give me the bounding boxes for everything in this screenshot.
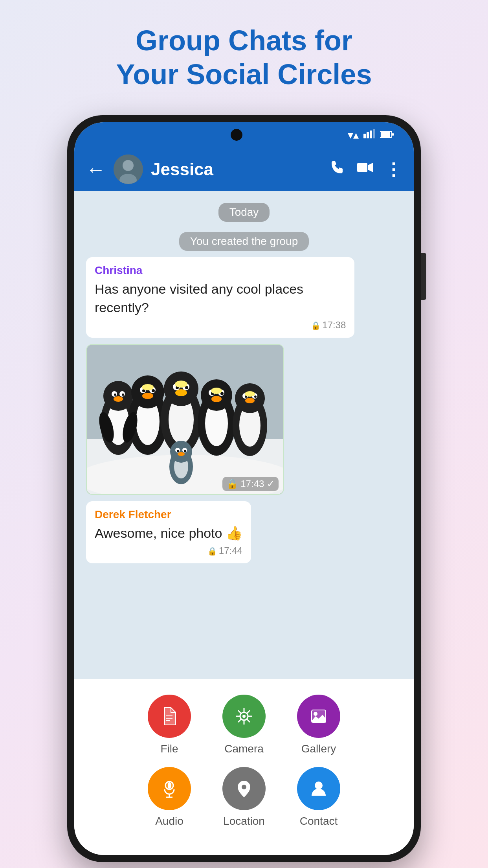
svg-point-65 — [184, 450, 186, 452]
svg-point-56 — [254, 395, 257, 398]
attach-gallery[interactable]: Gallery — [297, 695, 340, 755]
contact-name: Jessica — [151, 160, 322, 179]
svg-point-29 — [152, 389, 155, 392]
battery-icon — [380, 129, 394, 141]
location-button[interactable] — [222, 767, 266, 810]
svg-rect-2 — [370, 131, 372, 138]
chat-messages: Today You created the group Christina Ha… — [74, 191, 414, 679]
svg-point-48 — [211, 396, 222, 402]
message-time: 17:38 — [95, 320, 346, 331]
gallery-label: Gallery — [301, 743, 336, 755]
attachment-panel: File — [74, 679, 414, 855]
page-title: Group Chats for Your Social Circles — [116, 24, 372, 92]
attachment-row-1: File — [86, 695, 402, 755]
svg-rect-1 — [367, 132, 369, 138]
audio-button[interactable] — [148, 767, 191, 810]
video-call-icon[interactable] — [356, 160, 374, 179]
attach-contact[interactable]: Contact — [297, 767, 340, 828]
svg-point-89 — [315, 782, 323, 789]
svg-rect-0 — [363, 134, 366, 138]
svg-point-61 — [170, 441, 192, 463]
svg-rect-70 — [166, 718, 172, 719]
svg-point-64 — [177, 450, 179, 452]
system-message: You created the group — [86, 232, 402, 251]
svg-rect-69 — [166, 715, 172, 716]
svg-point-8 — [123, 160, 134, 171]
message-bubble: Christina Has anyone visited any cool pl… — [86, 257, 354, 338]
audio-label: Audio — [155, 815, 183, 828]
location-label: Location — [223, 815, 265, 828]
svg-point-43 — [201, 379, 232, 411]
back-button[interactable]: ← — [86, 158, 106, 181]
svg-point-57 — [245, 398, 255, 403]
chat-header: ← Jessica — [74, 148, 414, 191]
svg-line-81 — [238, 719, 241, 722]
image-message-time: 🔒 17:43 ✓ — [222, 477, 279, 491]
contact-button[interactable] — [297, 767, 340, 810]
attach-camera[interactable]: Camera — [222, 695, 266, 755]
phone-call-icon[interactable] — [330, 160, 345, 179]
phone-device: ▾▴ — [67, 115, 421, 862]
attach-location[interactable]: Location — [222, 767, 266, 828]
svg-rect-85 — [168, 782, 171, 789]
svg-point-40 — [175, 381, 187, 388]
svg-rect-5 — [381, 132, 390, 137]
svg-point-66 — [178, 452, 185, 456]
svg-line-79 — [247, 719, 250, 722]
svg-rect-3 — [373, 129, 375, 138]
svg-point-34 — [164, 371, 198, 406]
attach-file[interactable]: File — [148, 695, 191, 755]
svg-point-20 — [114, 394, 116, 396]
message-time: 17:44 — [95, 545, 242, 556]
svg-point-73 — [242, 715, 246, 718]
camera-label: Camera — [224, 743, 264, 755]
svg-point-21 — [122, 394, 124, 396]
contact-label: Contact — [300, 815, 338, 828]
svg-point-31 — [142, 384, 154, 390]
camera-notch — [231, 129, 242, 141]
contact-avatar — [114, 154, 143, 184]
svg-rect-6 — [392, 133, 394, 136]
svg-point-39 — [175, 389, 187, 396]
svg-point-88 — [242, 785, 246, 789]
svg-point-30 — [142, 393, 153, 399]
wifi-icon: ▾▴ — [348, 129, 359, 142]
attachment-row-2: Audio Location — [86, 767, 402, 828]
message-sender: Christina — [95, 264, 346, 277]
file-label: File — [160, 743, 178, 755]
svg-point-58 — [245, 391, 255, 397]
message-sender: Derek Fletcher — [95, 508, 242, 521]
svg-point-22 — [114, 396, 123, 402]
svg-rect-71 — [166, 720, 170, 721]
svg-line-80 — [247, 710, 250, 714]
svg-point-25 — [131, 375, 164, 408]
gallery-button[interactable] — [297, 695, 340, 738]
message-text: Has anyone visited any cool places recen… — [95, 280, 346, 317]
image-message: ↩ — [86, 344, 284, 495]
signal-icon — [363, 129, 375, 141]
svg-point-49 — [211, 388, 222, 394]
message-bubble: Derek Fletcher Awesome, nice photo 👍 17:… — [86, 501, 251, 563]
date-badge: Today — [86, 203, 402, 222]
file-button[interactable] — [148, 695, 191, 738]
camera-button[interactable] — [222, 695, 266, 738]
status-bar: ▾▴ — [74, 122, 414, 148]
svg-marker-11 — [368, 163, 373, 172]
svg-point-17 — [103, 381, 133, 411]
attach-audio[interactable]: Audio — [148, 767, 191, 828]
more-options-icon[interactable]: ⋮ — [385, 159, 402, 179]
svg-rect-10 — [357, 163, 367, 172]
svg-point-83 — [314, 712, 317, 716]
svg-line-78 — [238, 710, 241, 714]
message-text: Awesome, nice photo 👍 — [95, 524, 242, 543]
